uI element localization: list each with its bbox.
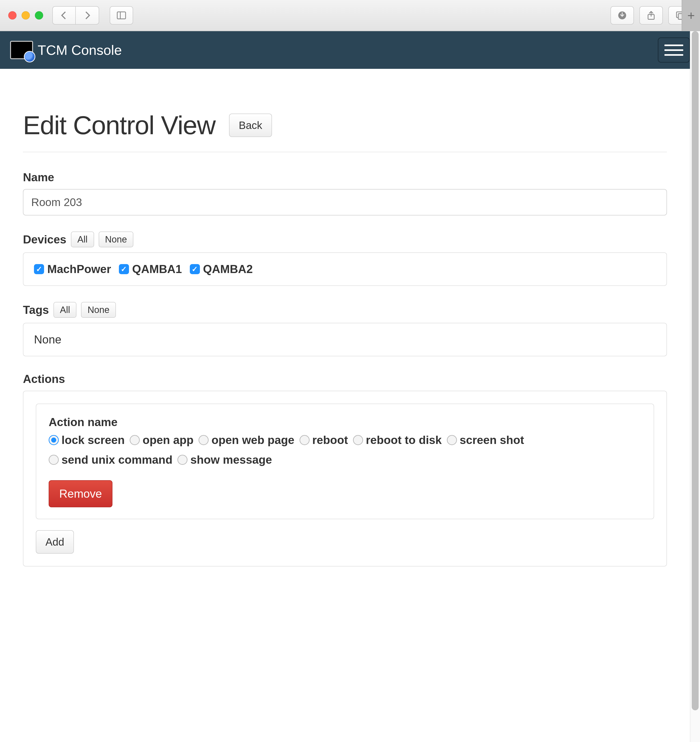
devices-group: Devices All None MachPowerQAMBA1QAMBA2 (23, 231, 667, 286)
radio-icon (199, 435, 209, 445)
action-radio[interactable]: open app (130, 433, 193, 447)
sidebar-icon (116, 10, 127, 21)
action-radio[interactable]: screen shot (447, 433, 524, 447)
action-radio-label: lock screen (62, 433, 125, 447)
action-radio-label: reboot (312, 433, 348, 447)
action-radio[interactable]: reboot to disk (353, 433, 442, 447)
name-label: Name (23, 171, 667, 184)
scrollbar[interactable] (690, 31, 700, 742)
devices-panel: MachPowerQAMBA1QAMBA2 (23, 252, 667, 286)
action-radio-label: show message (190, 453, 272, 467)
actions-label: Actions (23, 372, 667, 386)
minimize-window-button[interactable] (22, 11, 30, 19)
action-radio-label: send unix command (62, 453, 172, 467)
action-radio[interactable]: open web page (199, 433, 294, 447)
new-tab-button[interactable]: + (682, 0, 700, 31)
radio-icon (299, 435, 309, 445)
nav-buttons (52, 6, 99, 25)
radio-icon (49, 455, 59, 465)
radio-icon (130, 435, 140, 445)
hamburger-icon (665, 44, 683, 46)
devices-all-button[interactable]: All (71, 231, 94, 247)
radio-icon (447, 435, 457, 445)
name-group: Name (23, 171, 667, 215)
action-item: Action name lock screenopen appopen web … (36, 403, 654, 519)
forward-button[interactable] (76, 6, 99, 25)
action-radio-label: open app (143, 433, 193, 447)
checkbox-icon (34, 264, 44, 274)
checkbox-icon (190, 264, 200, 274)
action-name-label: Action name (49, 415, 641, 429)
tags-group: Tags All None None (23, 302, 667, 356)
back-button[interactable] (52, 6, 76, 25)
devices-label: Devices (23, 233, 66, 246)
downloads-button[interactable] (610, 6, 634, 25)
action-radio-label: screen shot (460, 433, 524, 447)
share-button[interactable] (640, 6, 663, 25)
viewport: TCM Console Edit Control View Back Name … (0, 31, 700, 742)
action-radio[interactable]: show message (177, 453, 272, 467)
device-checkbox[interactable]: MachPower (34, 262, 111, 276)
maximize-window-button[interactable] (35, 11, 43, 19)
remove-action-button[interactable]: Remove (49, 480, 112, 507)
tags-none-button[interactable]: None (81, 302, 116, 318)
tags-content: None (34, 333, 62, 346)
browser-chrome: + (0, 0, 700, 31)
window-controls (8, 11, 43, 19)
tags-panel: None (23, 323, 667, 356)
device-checkbox[interactable]: QAMBA1 (119, 262, 182, 276)
svg-rect-0 (117, 12, 125, 19)
page-title: Edit Control View (23, 110, 215, 140)
actions-panel: Action name lock screenopen appopen web … (23, 391, 667, 567)
action-radio-label: open web page (211, 433, 294, 447)
device-label: QAMBA2 (203, 262, 253, 276)
action-radio[interactable]: send unix command (49, 453, 172, 467)
radio-icon (177, 455, 187, 465)
share-icon (646, 10, 656, 21)
back-page-button[interactable]: Back (229, 113, 272, 137)
close-window-button[interactable] (8, 11, 16, 19)
tags-label: Tags (23, 303, 49, 317)
actions-group: Actions Action name lock screenopen appo… (23, 372, 667, 567)
checkbox-icon (119, 264, 129, 274)
chevron-right-icon (82, 10, 93, 21)
name-input[interactable] (23, 189, 667, 215)
brand-title: TCM Console (38, 42, 122, 58)
page-header: Edit Control View Back (23, 110, 667, 152)
device-label: QAMBA1 (132, 262, 182, 276)
action-radio[interactable]: lock screen (49, 433, 125, 447)
menu-toggle-button[interactable] (658, 37, 690, 63)
brand[interactable]: TCM Console (10, 41, 122, 59)
action-radio[interactable]: reboot (299, 433, 348, 447)
add-action-button[interactable]: Add (36, 530, 74, 554)
radio-icon (49, 435, 59, 445)
device-label: MachPower (47, 262, 111, 276)
download-icon (617, 10, 628, 21)
brand-logo-icon (10, 41, 33, 59)
scrollbar-thumb[interactable] (692, 31, 699, 710)
radio-icon (353, 435, 363, 445)
page-content: Edit Control View Back Name Devices All … (0, 69, 690, 596)
devices-none-button[interactable]: None (99, 231, 134, 247)
action-radio-label: reboot to disk (366, 433, 442, 447)
app-navbar: TCM Console (0, 31, 700, 69)
toggle-sidebar-button[interactable] (110, 6, 133, 25)
device-checkbox[interactable]: QAMBA2 (190, 262, 253, 276)
tags-all-button[interactable]: All (53, 302, 77, 318)
chrome-right-controls (610, 6, 692, 25)
chevron-left-icon (59, 10, 69, 21)
